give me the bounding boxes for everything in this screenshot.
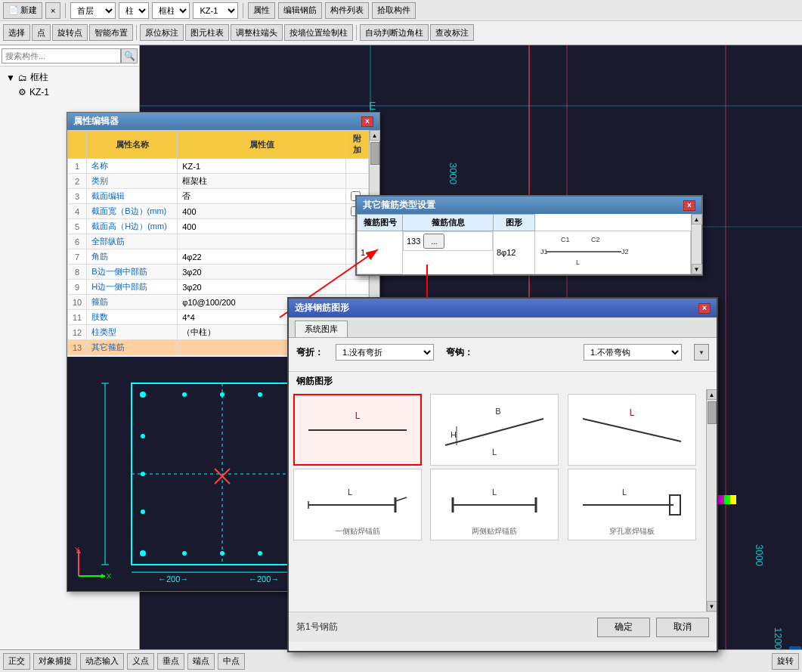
prop-value[interactable]: 3φ20 [178, 265, 346, 280]
component-list-button[interactable]: 构件列表 [325, 2, 369, 19]
svg-point-28 [141, 434, 145, 438]
search-input[interactable] [2, 48, 121, 63]
point-button[interactable]: 点 [32, 24, 51, 41]
svg-rect-11 [724, 495, 730, 504]
hook-dropdown-arrow[interactable]: ▼ [694, 344, 709, 361]
property-row-8[interactable]: 8 B边一侧中部筋 3φ20 [68, 265, 369, 280]
svg-point-24 [258, 392, 262, 397]
svg-text:L: L [622, 488, 627, 497]
prop-value[interactable]: 3φ20 [178, 280, 346, 295]
rebar-scroll-up[interactable]: ▲ [692, 214, 702, 225]
rebar-type-title[interactable]: 其它箍筋类型设置 × [357, 197, 701, 214]
scroll-thumb[interactable] [370, 142, 379, 165]
shape-label-6: 穿孔塞焊锚板 [568, 526, 695, 537]
rebar-type-title-text: 其它箍筋类型设置 [363, 199, 435, 212]
status-zhengiao[interactable]: 正交 [3, 653, 30, 670]
bend-select[interactable]: 1.没有弯折 [336, 344, 434, 361]
property-row-5[interactable]: 5 截面高（H边）(mm) 400 [68, 219, 369, 234]
rebar-type-row-1[interactable]: 1 133 ... 8φ12 C1 C2 [358, 231, 691, 274]
check-mark-button[interactable]: 查改标注 [430, 24, 474, 41]
layer-select[interactable]: 首层 [70, 2, 116, 19]
status-capture[interactable]: 对象捕捉 [33, 653, 77, 670]
rebar-type-close[interactable]: × [683, 200, 695, 211]
status-yidian[interactable]: 义点 [127, 653, 154, 670]
close-tab-button[interactable]: × [45, 2, 60, 19]
prop-name: 截面编辑 [87, 189, 178, 204]
prop-value[interactable]: 400 [178, 204, 346, 219]
rebar-edit-btn[interactable]: ... [423, 234, 444, 249]
property-row-4[interactable]: 4 截面宽（B边）(mm) 400 [68, 204, 369, 219]
rebar-scroll-down[interactable]: ▼ [692, 264, 702, 274]
prop-value[interactable] [178, 234, 346, 249]
select-button[interactable]: 选择 [3, 24, 30, 41]
prop-value[interactable]: 400 [178, 219, 346, 234]
smart-place-button[interactable]: 智能布置 [89, 24, 133, 41]
shape-scrollbar[interactable]: ▲ ▼ [706, 389, 717, 612]
ok-button[interactable]: 确定 [597, 618, 650, 637]
property-row-2[interactable]: 2 类别 框架柱 [68, 174, 369, 189]
frame-type-select[interactable]: 框柱 [152, 2, 190, 19]
shape-dialog-tabs: 系统图库 [289, 317, 717, 338]
prop-value[interactable]: KZ-1 [178, 159, 346, 174]
property-row-9[interactable]: 9 H边一侧中部筋 3φ20 [68, 280, 369, 295]
svg-text:←200→: ←200→ [158, 574, 188, 584]
rebar-type-scrollbar[interactable]: ▲ ▼ [691, 214, 701, 274]
separator2 [243, 3, 243, 18]
folder-icon: 🗂 [18, 73, 27, 83]
origin-mark-button[interactable]: 原位标注 [140, 24, 184, 41]
auto-judge-button[interactable]: 自动判断边角柱 [360, 24, 429, 41]
scroll-up[interactable]: ▲ [370, 130, 380, 141]
property-editor-close[interactable]: × [361, 116, 373, 127]
shape-cell-5[interactable]: L 两侧贴焊锚筋 [430, 469, 559, 540]
prop-value[interactable]: 4φ22 [178, 249, 346, 265]
prop-value[interactable]: 框架柱 [178, 174, 346, 189]
tree-item-kuangzhu[interactable]: ▼ 🗂 框柱 [3, 70, 136, 85]
shape-cell-6[interactable]: L 穿孔塞焊锚板 [568, 469, 696, 540]
prop-value[interactable]: 否 [178, 189, 346, 204]
kz-select[interactable]: KZ-1 [193, 2, 238, 19]
status-dynamic[interactable]: 动态输入 [80, 653, 124, 670]
hook-select[interactable]: 1.不带弯钩 [584, 344, 682, 361]
property-editor-title[interactable]: 属性编辑器 × [67, 113, 379, 130]
property-row-1[interactable]: 1 名称 KZ-1 [68, 159, 369, 174]
shape-dialog-title[interactable]: 选择钢筋图形 × [289, 299, 717, 317]
wall-place-button[interactable]: 按墙位置绘制柱 [284, 24, 353, 41]
status-chuidian[interactable]: 垂点 [157, 653, 184, 670]
property-button[interactable]: 属性 [248, 2, 275, 19]
pick-component-button[interactable]: 拾取构件 [372, 2, 416, 19]
property-row-6[interactable]: 6 全部纵筋 [68, 234, 369, 249]
svg-line-67 [583, 419, 681, 441]
element-type-select[interactable]: 柱 [119, 2, 149, 19]
shape-cell-3[interactable]: L [568, 394, 696, 466]
svg-point-30 [141, 509, 145, 514]
shape-feature-row: 弯折： 1.没有弯折 弯钩： 1.不带弯钩 ▼ [296, 344, 709, 361]
prop-name: 类别 [87, 174, 178, 189]
prop-name: 其它箍筋 [87, 340, 178, 355]
new-button[interactable]: 📄 新建 [3, 2, 42, 19]
adjust-end-button[interactable]: 调整柱端头 [231, 24, 283, 41]
shape-grid-scroll[interactable]: L B H L [289, 389, 706, 612]
shape-cell-1[interactable]: L [293, 394, 422, 466]
shape-cell-2[interactable]: B H L [430, 394, 559, 466]
rotate-point-button[interactable]: 旋转点 [52, 24, 88, 41]
status-midpoint[interactable]: 中点 [218, 653, 245, 670]
edit-rebar-button[interactable]: 编辑钢筋 [278, 2, 322, 19]
shape-scroll-down[interactable]: ▼ [707, 601, 717, 612]
shape-dialog-close[interactable]: × [698, 303, 711, 314]
tree-item-kz1[interactable]: ⚙ KZ-1 [3, 85, 136, 99]
shape-grid: L B H L [293, 394, 701, 540]
cancel-button[interactable]: 取消 [656, 618, 709, 637]
property-row-3[interactable]: 3 截面编辑 否 [68, 189, 369, 204]
shape-cell-4[interactable]: L 一侧贴焊锚筋 [293, 469, 422, 540]
status-endpoint[interactable]: 端点 [187, 653, 215, 670]
tab-system-library[interactable]: 系统图库 [295, 321, 348, 337]
status-rotate[interactable]: 旋转 [772, 653, 799, 670]
shape-scroll-up[interactable]: ▲ [707, 389, 717, 400]
property-row-7[interactable]: 7 角筋 4φ22 [68, 249, 369, 265]
svg-point-23 [220, 392, 224, 397]
svg-text:H: H [451, 430, 457, 439]
column-table-button[interactable]: 图元柱表 [185, 24, 229, 41]
shape-scroll-thumb[interactable] [708, 401, 717, 424]
search-button[interactable]: 🔍 [121, 48, 138, 63]
shape-select-dialog: 选择钢筋图形 × 系统图库 弯折： 1.没有弯折 弯钩： 1.不带弯钩 ▼ 钢筋… [287, 297, 718, 652]
